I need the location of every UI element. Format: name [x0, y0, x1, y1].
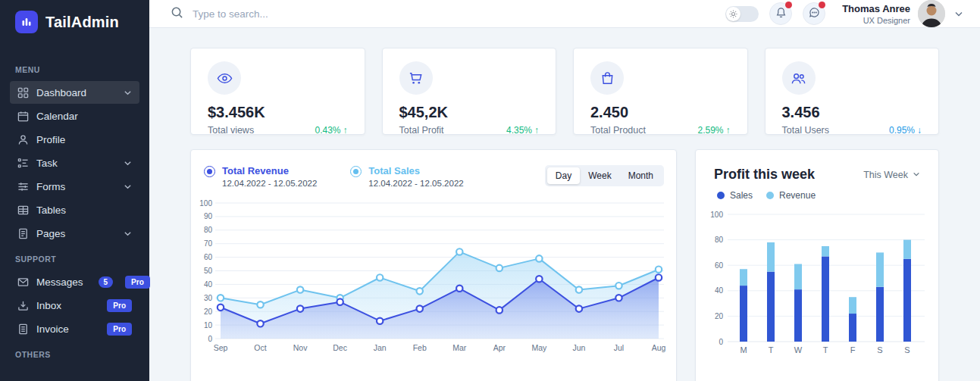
svg-text:90: 90: [204, 212, 213, 220]
pro-badge: Pro: [125, 276, 150, 289]
sidebar-item-calendar[interactable]: Calendar: [10, 105, 139, 127]
month-button[interactable]: Month: [620, 167, 662, 184]
sidebar-item-inbox[interactable]: Inbox Pro: [10, 294, 139, 317]
svg-text:M: M: [740, 345, 747, 354]
forms-sliders-icon: [17, 181, 29, 192]
sidebar-item-invoice[interactable]: Invoice Pro: [10, 317, 139, 340]
sidebar-item-label: Profile: [36, 134, 65, 145]
stat-label: Total Product: [590, 125, 646, 136]
bell-icon: [775, 7, 787, 21]
svg-text:T: T: [823, 345, 828, 354]
others-section-label: OTHERS: [15, 350, 134, 359]
search-icon[interactable]: [171, 6, 183, 22]
logo[interactable]: TailAdmin: [0, 0, 149, 42]
svg-text:Aug: Aug: [652, 343, 666, 352]
notifications-button[interactable]: [769, 2, 792, 25]
trend-up-icon: ↑: [534, 125, 539, 136]
pages-document-icon: [17, 228, 29, 239]
charts-row: Total Revenue 12.04.2022 - 12.05.2022 To…: [190, 149, 939, 381]
svg-text:20: 20: [204, 308, 213, 316]
calendar-icon: [17, 111, 29, 122]
day-button[interactable]: Day: [547, 167, 580, 184]
sidebar-item-tables[interactable]: Tables: [10, 198, 139, 221]
svg-text:S: S: [877, 345, 882, 354]
search-bar: [171, 6, 420, 22]
stat-label: Total Profit: [399, 125, 444, 136]
eye-icon: [208, 61, 241, 95]
task-list-icon: [17, 158, 29, 169]
svg-text:Mar: Mar: [452, 343, 467, 352]
stat-delta: 0.43%↑: [315, 125, 347, 136]
svg-text:60: 60: [715, 261, 724, 270]
stat-card-total-product: 2.450 Total Product 2.59%↑: [573, 48, 748, 135]
profit-week-chart-card: Profit this week This Week Sales Revenue…: [695, 149, 939, 381]
svg-text:80: 80: [715, 236, 724, 244]
user-role: UX Designer: [842, 16, 910, 25]
sidebar-item-label: Task: [36, 158, 58, 169]
dark-mode-toggle[interactable]: [725, 6, 759, 22]
profit-chart-title: Profit this week: [714, 167, 815, 183]
search-input[interactable]: [193, 8, 420, 20]
user-menu[interactable]: Thomas Anree UX Designer: [842, 0, 963, 27]
area-chart-legend: Total Revenue 12.04.2022 - 12.05.2022 To…: [204, 165, 464, 188]
trend-down-icon: ↓: [917, 125, 922, 136]
stat-value: 3.456: [782, 104, 922, 121]
sidebar: TailAdmin MENU Dashboard Calendar Profil…: [0, 0, 149, 381]
stat-delta: 2.59%↑: [697, 125, 730, 136]
svg-text:Jul: Jul: [614, 343, 624, 352]
sidebar-item-messages[interactable]: Messages 5 Pro: [10, 270, 139, 293]
svg-text:100: 100: [199, 199, 212, 208]
radio-marker-icon: [204, 166, 215, 177]
chevron-down-icon: [124, 230, 132, 238]
svg-text:Jan: Jan: [374, 343, 387, 352]
svg-text:Feb: Feb: [413, 343, 427, 352]
avatar: [918, 0, 945, 27]
envelope-icon: [17, 276, 29, 288]
legend-sales: Sales: [717, 190, 753, 201]
sidebar-item-task[interactable]: Task: [10, 151, 139, 174]
dashboard-grid-icon: [17, 87, 29, 98]
legend-total-revenue: Total Revenue 12.04.2022 - 12.05.2022: [204, 165, 317, 188]
svg-text:10: 10: [204, 321, 213, 329]
sidebar-item-dashboard[interactable]: Dashboard: [10, 81, 139, 104]
svg-text:T: T: [769, 345, 774, 354]
week-select-dropdown[interactable]: This Week: [863, 170, 920, 180]
menu-section-label: MENU: [15, 65, 134, 74]
pro-badge: Pro: [107, 323, 132, 336]
svg-text:20: 20: [715, 312, 724, 320]
message-dot: [819, 2, 825, 8]
svg-text:Dec: Dec: [333, 343, 347, 352]
stat-card-total-users: 3.456 Total Users 0.95%↓: [765, 48, 940, 135]
sidebar-item-label: Pages: [36, 228, 65, 239]
chat-bubble-icon: [809, 7, 820, 21]
sidebar-item-forms[interactable]: Forms: [10, 175, 139, 198]
svg-text:Oct: Oct: [254, 343, 266, 352]
revenue-sales-area-chart: 0102030405060708090100SepOctNovDecJanFeb…: [191, 192, 677, 381]
range-button-group: Day Week Month: [545, 165, 664, 186]
stat-delta: 4.35%↑: [506, 125, 539, 136]
sidebar-item-label: Dashboard: [36, 87, 86, 98]
chevron-down-icon: [124, 159, 132, 167]
svg-text:F: F: [850, 345, 856, 354]
bag-icon: [590, 61, 624, 95]
invoice-icon: [17, 323, 29, 335]
profit-week-bar-chart: 020406080100MTWTFSS: [696, 207, 939, 370]
stats-row: $3.456K Total views 0.43%↑ $45,2K Total …: [190, 48, 939, 135]
sidebar-item-label: Messages: [36, 276, 83, 288]
svg-text:0: 0: [719, 338, 723, 346]
bar-chart-legend: Sales Revenue: [696, 183, 938, 201]
svg-text:Sep: Sep: [214, 343, 228, 352]
user-name: Thomas Anree: [842, 3, 910, 14]
sidebar-item-label: Calendar: [36, 111, 78, 122]
stat-value: $3.456K: [208, 104, 348, 121]
messages-button[interactable]: [803, 2, 825, 25]
app-title: TailAdmin: [45, 14, 119, 31]
sidebar-item-pages[interactable]: Pages: [10, 222, 139, 245]
svg-text:60: 60: [204, 253, 213, 261]
stat-value: 2.450: [590, 104, 731, 121]
week-button[interactable]: Week: [580, 167, 619, 184]
svg-text:30: 30: [204, 294, 213, 302]
svg-text:Jun: Jun: [572, 343, 585, 352]
sidebar-item-profile[interactable]: Profile: [10, 128, 139, 151]
svg-text:70: 70: [204, 239, 213, 248]
